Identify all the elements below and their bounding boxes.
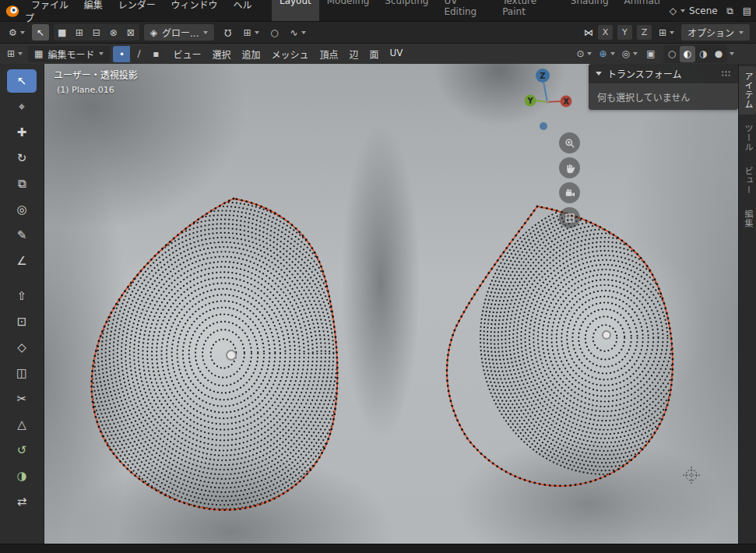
edit-mode-icon: ▦ xyxy=(34,48,43,59)
snap-toggle[interactable]: Ω xyxy=(219,24,236,41)
panel-collapse-icon[interactable] xyxy=(596,72,602,76)
workspace-tab-layout[interactable]: Layout xyxy=(272,0,319,21)
active-tool-button[interactable]: ↖ xyxy=(32,24,49,41)
tool-cursor[interactable]: ⌖ xyxy=(7,95,37,118)
scene-name[interactable]: Scene xyxy=(689,5,718,16)
mode-dropdown[interactable]: ▦ 編集モード xyxy=(28,46,110,62)
vmenu-uv[interactable]: UV xyxy=(385,45,409,63)
visibility-icon: ⊙ xyxy=(576,48,584,59)
tool-move[interactable]: ✚ xyxy=(7,121,37,144)
new-scene-button: ⧉ xyxy=(722,2,739,19)
menu-window[interactable]: ウィンドウ xyxy=(165,0,224,13)
snap-settings-dropdown[interactable]: ⊞ xyxy=(241,24,261,41)
copy-icon[interactable]: ⧉ xyxy=(726,5,733,16)
blender-logo[interactable] xyxy=(5,3,20,19)
orientation-dropdown[interactable]: ◈ グロー... xyxy=(144,24,215,41)
workspace-tab-uv-editing[interactable]: UV Editing xyxy=(436,0,494,21)
extra-settings-dropdown[interactable]: ⊞ xyxy=(656,24,677,41)
face-mode-button[interactable]: ▪ xyxy=(147,46,164,62)
mirror-z-button[interactable]: Z xyxy=(637,25,652,40)
vmenu-edge[interactable]: 辺 xyxy=(344,45,364,63)
select-mode-set-button[interactable]: ■ xyxy=(54,24,71,41)
camera-view-button[interactable] xyxy=(559,182,580,203)
tool-settings-dropdown[interactable]: ⚙ xyxy=(6,24,27,41)
tool-transform[interactable]: ◎ xyxy=(7,198,37,221)
select-mode-extend-button[interactable]: ⊞ xyxy=(71,24,88,41)
xray-toggle[interactable]: ▣ xyxy=(642,46,659,62)
axis-neg-z-ball[interactable] xyxy=(540,122,547,130)
gizmos-dropdown[interactable]: ⊕ xyxy=(596,46,617,62)
drag-dots-icon[interactable] xyxy=(721,70,731,77)
chevron-down-icon xyxy=(587,52,592,55)
workspace-tab-sculpting[interactable]: Sculpting xyxy=(377,0,436,21)
sidebar-tab-item[interactable]: アイテム xyxy=(739,66,756,114)
vmenu-face[interactable]: 面 xyxy=(364,45,385,63)
navigation-gizmo[interactable]: Z Y X xyxy=(512,66,586,138)
viewport-3d[interactable]: ユーザー・透視投影 (1) Plane.016 Z Y X xyxy=(44,64,738,544)
transform-panel-header[interactable]: トランスフォーム xyxy=(589,64,738,83)
svg-text:Z: Z xyxy=(540,72,545,80)
tool-loop-cut[interactable]: ◫ xyxy=(7,361,37,385)
tool-spin[interactable]: ↺ xyxy=(7,439,37,462)
workspace-tab-texture-paint[interactable]: Texture Paint xyxy=(494,0,563,21)
visibility-dropdown[interactable]: ⊙ xyxy=(574,46,594,62)
tool-measure[interactable]: ∠ xyxy=(7,249,37,273)
sidebar-tab-tool[interactable]: ツール xyxy=(739,118,756,157)
vertex-mode-button[interactable]: ∙ xyxy=(113,46,130,62)
select-mode-intersect-button[interactable]: ⊠ xyxy=(122,24,139,41)
magnifier-icon xyxy=(564,137,576,150)
status-bar xyxy=(0,544,756,553)
view-layer-icon[interactable]: ▤ xyxy=(743,5,751,16)
vmenu-add[interactable]: 追加 xyxy=(236,45,265,63)
pan-button[interactable] xyxy=(559,157,580,178)
sidebar-tab-view[interactable]: ビュー xyxy=(739,161,756,200)
ortho-toggle-button[interactable] xyxy=(559,207,580,228)
tool-bevel[interactable]: ◇ xyxy=(7,336,37,359)
proportional-editing-toggle[interactable]: ○ xyxy=(266,24,283,41)
select-mode-subtract-button[interactable]: ⊟ xyxy=(88,24,105,41)
sidebar-tab-edit[interactable]: 編集 xyxy=(739,204,756,234)
scene-caret-icon[interactable] xyxy=(680,9,685,12)
vmenu-mesh[interactable]: メッシュ xyxy=(265,45,314,63)
mirror-y-button[interactable]: Y xyxy=(617,25,632,40)
panel-title: トランスフォーム xyxy=(607,67,681,80)
tool-extrude-region[interactable]: ⇧ xyxy=(7,284,37,308)
overlays-dropdown[interactable]: ◎ xyxy=(620,46,640,62)
tool-inset-faces[interactable]: ⊡ xyxy=(7,310,37,333)
chevron-down-icon xyxy=(20,31,25,34)
menu-edit[interactable]: 編集 xyxy=(78,0,109,13)
tool-smooth[interactable]: ◑ xyxy=(7,464,37,488)
scale-icon: ⧉ xyxy=(18,177,26,191)
tool-annotate[interactable]: ✎ xyxy=(7,224,37,247)
menu-render[interactable]: レンダー xyxy=(112,0,162,13)
workspace-tabs: Layout Modeling Sculpting UV Editing Tex… xyxy=(272,0,668,21)
shading-material-button[interactable]: ◑ xyxy=(695,46,711,62)
shading-wireframe-button[interactable]: ○ xyxy=(664,46,680,62)
shading-rendered-button[interactable]: ● xyxy=(711,46,726,62)
tool-knife[interactable]: ✂ xyxy=(7,387,37,410)
workspace-tab-shading[interactable]: Shading xyxy=(563,0,617,21)
select-mode-invert-button[interactable]: ⊗ xyxy=(105,24,122,41)
edge-mode-button[interactable]: ∕ xyxy=(130,46,147,62)
falloff-dropdown[interactable]: ∿ xyxy=(288,24,308,41)
workspace-tab-animation[interactable]: Animati xyxy=(617,0,668,21)
shading-options-caret-icon[interactable] xyxy=(730,52,734,55)
scene-icon[interactable]: ◇ xyxy=(670,5,677,16)
editor-type-button[interactable]: ⊞ xyxy=(5,46,25,62)
zoom-button[interactable] xyxy=(559,132,580,153)
tool-select-box[interactable]: ↖ xyxy=(7,69,37,93)
tool-edge-slide[interactable]: ⇄ xyxy=(7,490,37,513)
mirror-x-button[interactable]: X xyxy=(598,25,613,40)
tool-rotate[interactable]: ↻ xyxy=(7,146,37,170)
vmenu-view[interactable]: ビュー xyxy=(167,45,206,63)
tool-poly-build[interactable]: △ xyxy=(7,413,37,436)
poly-build-icon: △ xyxy=(17,417,26,431)
shading-solid-button[interactable]: ◐ xyxy=(680,46,695,62)
tool-scale[interactable]: ⧉ xyxy=(7,172,37,195)
scene-render[interactable] xyxy=(44,64,738,544)
workspace-tab-modeling[interactable]: Modeling xyxy=(319,0,378,21)
options-dropdown[interactable]: オプション xyxy=(681,24,750,41)
vmenu-select[interactable]: 選択 xyxy=(206,45,236,63)
transform-icon: ◎ xyxy=(16,203,26,217)
vmenu-vertex[interactable]: 頂点 xyxy=(314,45,343,63)
